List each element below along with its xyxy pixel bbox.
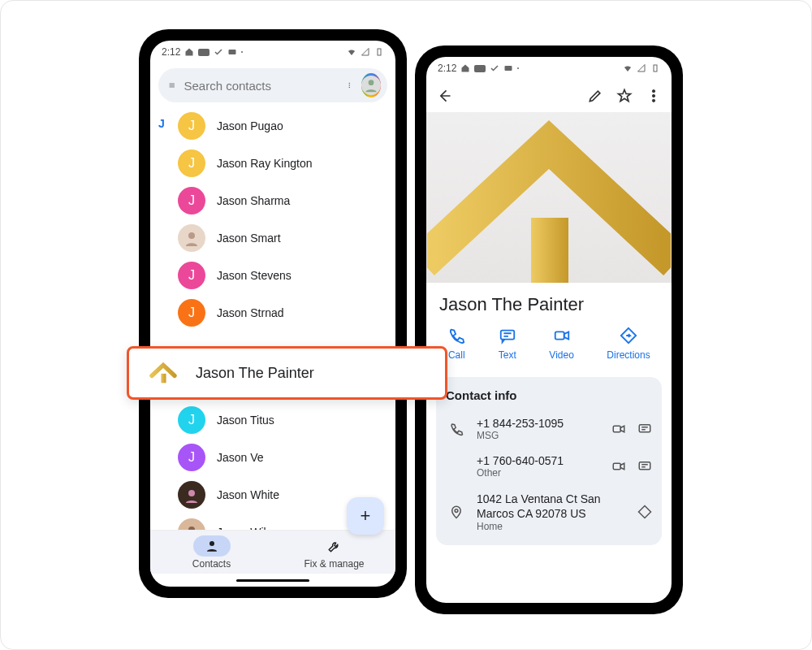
svg-point-25	[455, 509, 458, 513]
svg-rect-19	[501, 331, 515, 340]
contact-hero-image	[426, 112, 672, 283]
account-avatar[interactable]	[361, 73, 381, 98]
house-logo-icon	[145, 355, 181, 391]
svg-point-15	[652, 90, 654, 93]
svg-point-3	[349, 84, 350, 85]
status-chip-icon	[474, 65, 486, 72]
video-button[interactable]: Video	[549, 327, 573, 361]
video-icon	[553, 327, 571, 344]
call-button[interactable]: Call	[447, 327, 465, 361]
section-letter: J	[158, 117, 165, 130]
address-row[interactable]: 1042 La Ventana Ct San Marcos CA 92078 U…	[446, 485, 652, 539]
list-item[interactable]: J Jason Sharma	[178, 182, 395, 219]
star-icon[interactable]	[616, 88, 633, 104]
check-icon	[490, 63, 499, 73]
gesture-bar	[150, 574, 395, 587]
list-item[interactable]: J Jason Strnad	[178, 294, 395, 332]
signal-icon	[637, 63, 646, 73]
message-icon[interactable]	[637, 422, 652, 436]
status-chip-icon	[198, 49, 209, 56]
svg-rect-1	[378, 49, 381, 55]
add-contact-button[interactable]: +	[347, 497, 384, 535]
phone-icon	[449, 422, 464, 436]
message-icon	[499, 327, 516, 344]
status-dot-icon	[241, 51, 243, 53]
svg-point-7	[188, 490, 195, 496]
contacts-list: J J Jason Pugao J Jason Ray Kington J Ja…	[150, 107, 395, 530]
action-row: Call Text Video Directions	[426, 322, 672, 370]
check-icon	[214, 47, 223, 57]
pin-icon	[449, 505, 464, 519]
svg-rect-23	[613, 463, 620, 470]
info-heading: Contact info	[446, 388, 652, 402]
directions-icon	[620, 327, 637, 344]
battery-icon	[374, 47, 384, 57]
wrench-icon	[327, 539, 342, 553]
video-icon[interactable]	[611, 459, 626, 474]
svg-rect-12	[161, 374, 166, 383]
battery-icon	[650, 63, 660, 73]
list-item[interactable]: J Jason Stevens	[178, 257, 395, 294]
phone-row[interactable]: +1 760-640-0571 Other	[446, 448, 652, 485]
contact-info-card: Contact info +1 844-253-1095 MSG	[436, 377, 662, 545]
search-input[interactable]	[184, 79, 338, 93]
contact-title: Jason The Painter	[426, 283, 672, 322]
highlighted-contact-name: Jason The Painter	[196, 365, 314, 382]
svg-rect-18	[531, 218, 568, 283]
status-time: 2:12	[162, 46, 180, 58]
list-item[interactable]: J Jason Ray Kington	[178, 145, 395, 182]
hamburger-icon[interactable]	[168, 77, 175, 93]
list-item[interactable]: J Jason Ve	[178, 439, 395, 476]
card-icon	[503, 63, 513, 73]
phone-icon	[447, 327, 465, 344]
tab-contacts[interactable]: Contacts	[150, 531, 273, 574]
home-icon	[184, 47, 194, 57]
svg-rect-13	[505, 66, 512, 71]
edit-icon[interactable]	[587, 88, 603, 104]
svg-rect-24	[639, 462, 650, 470]
svg-rect-22	[639, 425, 650, 432]
directions-icon[interactable]	[637, 505, 652, 519]
list-item[interactable]: Jason Smart	[178, 219, 395, 257]
svg-rect-21	[613, 426, 620, 432]
svg-point-11	[209, 541, 214, 546]
message-icon[interactable]	[637, 459, 652, 474]
svg-rect-20	[555, 332, 564, 339]
phone-row[interactable]: +1 844-253-1095 MSG	[446, 410, 652, 448]
status-dot-icon	[517, 67, 519, 69]
detail-header	[426, 80, 672, 112]
svg-point-17	[652, 99, 654, 102]
svg-point-2	[349, 83, 350, 84]
home-icon	[460, 63, 470, 73]
status-time: 2:12	[438, 63, 456, 74]
wifi-icon	[347, 47, 356, 57]
list-item[interactable]: J Jason Pugao	[178, 107, 395, 145]
status-bar: 2:12	[150, 41, 395, 63]
more-icon[interactable]	[646, 88, 662, 104]
back-icon[interactable]	[436, 88, 452, 104]
tab-fix-manage[interactable]: Fix & manage	[273, 531, 395, 574]
svg-point-5	[369, 80, 374, 85]
status-bar: 2:12	[426, 57, 672, 80]
wifi-icon	[623, 63, 633, 73]
video-icon[interactable]	[611, 422, 626, 436]
svg-point-8	[188, 526, 195, 530]
svg-point-4	[349, 87, 350, 88]
person-icon	[205, 539, 219, 553]
card-icon	[227, 47, 237, 57]
bottom-nav: Contacts Fix & manage	[150, 530, 395, 574]
more-icon[interactable]	[346, 78, 353, 93]
phone-contact-detail: 2:12	[415, 46, 683, 614]
svg-point-16	[652, 94, 654, 97]
phone-contacts-list: 2:12	[139, 29, 407, 598]
text-button[interactable]: Text	[499, 327, 516, 361]
highlighted-contact-row[interactable]: Jason The Painter	[127, 346, 447, 400]
svg-point-6	[188, 232, 195, 239]
list-item[interactable]: J Jason Titus	[178, 401, 395, 439]
search-bar[interactable]	[158, 68, 387, 102]
svg-rect-0	[229, 50, 236, 54]
svg-rect-14	[654, 65, 657, 72]
directions-button[interactable]: Directions	[607, 327, 650, 361]
signal-icon	[361, 47, 370, 57]
